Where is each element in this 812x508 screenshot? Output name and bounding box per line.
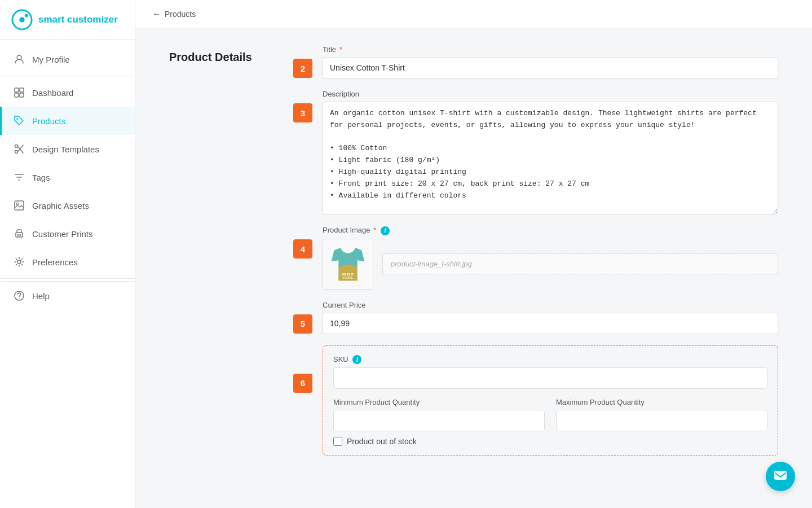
help-icon xyxy=(13,290,25,302)
content-area: Product Details 2 Title * 3 Description … xyxy=(135,28,812,508)
sidebar-item-graphic-assets[interactable]: Graphic Assets xyxy=(0,191,135,220)
chat-icon xyxy=(773,469,788,484)
file-input[interactable]: product-image_t-shirt.jpg xyxy=(382,253,778,274)
min-qty-input[interactable] xyxy=(333,410,545,431)
title-input[interactable] xyxy=(323,57,778,78)
svg-point-1 xyxy=(19,17,25,23)
back-link[interactable]: ← Products xyxy=(152,9,196,19)
svg-rect-5 xyxy=(20,88,24,92)
image-label: Product Image * i xyxy=(323,226,778,235)
svg-point-2 xyxy=(25,14,28,17)
svg-rect-21 xyxy=(774,471,787,480)
title-required: * xyxy=(339,45,342,54)
sidebar-item-dashboard[interactable]: Dashboard xyxy=(0,78,135,107)
step-6-row: 6 SKU i Minimum Product Quantity xyxy=(293,345,778,456)
sidebar-label-customer-prints: Customer Prints xyxy=(32,229,93,239)
top-bar: ← Products xyxy=(135,0,812,28)
sidebar-item-design-templates[interactable]: Design Templates xyxy=(0,135,135,163)
title-field-group: Title * xyxy=(323,45,778,78)
nav-divider xyxy=(0,76,135,76)
sidebar-label-help: Help xyxy=(32,291,50,301)
price-label: Current Price xyxy=(323,301,778,309)
filter-icon xyxy=(13,171,25,183)
tshirt-svg: MAKE IT YOURS. xyxy=(323,239,373,290)
chat-button[interactable] xyxy=(766,462,795,491)
step-2-badge: 2 xyxy=(293,59,312,78)
step-6-badge: 6 xyxy=(293,374,312,393)
image-field-group: Product Image * i xyxy=(323,226,778,290)
svg-text:MAKE IT: MAKE IT xyxy=(342,273,354,275)
image-preview: MAKE IT YOURS. xyxy=(323,239,373,290)
step-4-row: 4 Product Image * i xyxy=(293,226,778,290)
sidebar-item-help[interactable]: Help xyxy=(0,281,135,310)
max-qty-group: Maximum Product Quantity xyxy=(556,398,767,431)
person-icon xyxy=(13,53,25,65)
out-of-stock-checkbox[interactable] xyxy=(333,437,342,446)
graphic-icon xyxy=(13,199,25,212)
out-of-stock-label[interactable]: Product out of stock xyxy=(347,437,417,446)
scissors-icon xyxy=(13,143,25,155)
sidebar-item-my-profile[interactable]: My Profile xyxy=(0,45,135,73)
main-content: ← Products Product Details 2 Title * 3 xyxy=(135,0,812,508)
sidebar-label-my-profile: My Profile xyxy=(32,55,70,64)
nav-section: My Profile Dashboard xyxy=(0,40,135,316)
sidebar-item-customer-prints[interactable]: Customer Prints xyxy=(0,220,135,248)
min-qty-label: Minimum Product Quantity xyxy=(333,398,545,406)
app-name: smart customizer xyxy=(38,14,118,25)
svg-rect-13 xyxy=(16,233,23,237)
svg-point-15 xyxy=(17,260,21,264)
gear-icon xyxy=(13,256,25,268)
sidebar-label-graphic-assets: Graphic Assets xyxy=(32,201,89,211)
description-field-group: Description An organic cotton unisex T-s… xyxy=(323,90,778,214)
sidebar-label-design-templates: Design Templates xyxy=(32,144,99,154)
tag-icon xyxy=(13,115,25,127)
svg-rect-4 xyxy=(15,88,19,92)
step-4-badge: 4 xyxy=(293,239,312,259)
sidebar-label-dashboard: Dashboard xyxy=(32,88,73,98)
breadcrumb: Products xyxy=(165,10,196,19)
dashboard-icon xyxy=(13,86,25,99)
price-field-group: Current Price xyxy=(323,301,778,334)
logo-icon xyxy=(11,9,33,30)
sidebar-label-products: Products xyxy=(32,116,65,126)
back-arrow-icon: ← xyxy=(152,9,161,19)
step-2-row: 2 Title * xyxy=(293,45,778,78)
sidebar: smart customizer My Profile xyxy=(0,0,135,508)
step-3-row: 3 Description An organic cotton unisex T… xyxy=(293,90,778,214)
step-3-badge: 3 xyxy=(293,103,312,122)
nav-divider-bottom xyxy=(0,278,135,279)
form-area: 2 Title * 3 Description An organic cotto… xyxy=(293,45,778,474)
dashed-section: SKU i Minimum Product Quantity Maximum P… xyxy=(323,345,778,456)
title-label: Title * xyxy=(323,45,778,54)
section-title: Product Details xyxy=(169,45,259,474)
sidebar-item-tags[interactable]: Tags xyxy=(0,163,135,191)
svg-rect-7 xyxy=(20,93,24,97)
sku-section: SKU i Minimum Product Quantity Maximum P… xyxy=(323,345,778,456)
max-qty-input[interactable] xyxy=(556,410,767,431)
out-of-stock-row: Product out of stock xyxy=(333,437,767,446)
max-qty-label: Maximum Product Quantity xyxy=(556,398,767,406)
svg-rect-6 xyxy=(15,93,19,97)
image-info-icon[interactable]: i xyxy=(381,226,390,235)
svg-point-8 xyxy=(16,118,18,120)
svg-rect-14 xyxy=(17,234,21,236)
sidebar-label-preferences: Preferences xyxy=(32,257,78,267)
description-label: Description xyxy=(323,90,778,98)
price-input[interactable] xyxy=(323,313,778,334)
description-textarea[interactable]: An organic cotton unisex T-shirt with a … xyxy=(323,102,778,214)
min-qty-group: Minimum Product Quantity xyxy=(333,398,545,431)
sidebar-item-products[interactable]: Products xyxy=(0,107,135,135)
step-5-badge: 5 xyxy=(293,314,312,334)
image-upload-row: MAKE IT YOURS. product-image_t-shirt.jpg xyxy=(323,239,778,290)
prints-icon xyxy=(13,227,25,240)
svg-point-12 xyxy=(16,203,19,205)
logo-area: smart customizer xyxy=(0,0,135,40)
sku-label: SKU i xyxy=(333,355,767,365)
svg-text:YOURS.: YOURS. xyxy=(343,277,354,279)
step-5-row: 5 Current Price xyxy=(293,301,778,334)
image-required: * xyxy=(373,226,376,234)
sku-input[interactable] xyxy=(333,367,767,389)
sidebar-item-preferences[interactable]: Preferences xyxy=(0,248,135,276)
sidebar-label-tags: Tags xyxy=(32,173,50,182)
sku-info-icon[interactable]: i xyxy=(352,355,361,364)
